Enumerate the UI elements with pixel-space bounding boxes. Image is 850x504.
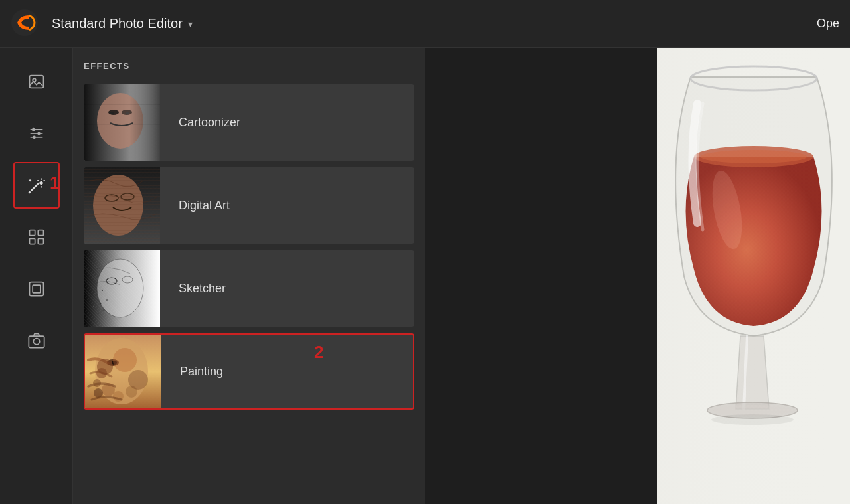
svg-point-42 — [98, 313, 99, 314]
svg-point-55 — [126, 386, 137, 398]
svg-rect-15 — [38, 230, 43, 236]
svg-point-27 — [126, 112, 129, 114]
svg-point-37 — [122, 276, 133, 283]
svg-rect-22 — [84, 84, 160, 161]
effects-panel: EFFECTS — [73, 48, 425, 504]
svg-point-45 — [102, 290, 103, 291]
svg-point-50 — [96, 368, 107, 378]
svg-point-32 — [105, 195, 118, 201]
sidebar-item-canvas[interactable] — [13, 266, 60, 312]
svg-rect-64 — [657, 48, 850, 504]
image-icon — [27, 72, 46, 91]
magic-wand-icon — [27, 176, 46, 195]
svg-rect-1 — [29, 76, 43, 88]
svg-point-40 — [93, 306, 94, 307]
effect-item-painting[interactable]: Painting — [84, 333, 414, 410]
svg-rect-16 — [29, 238, 35, 244]
svg-point-6 — [32, 128, 35, 131]
effect-item-cartoonizer[interactable]: Cartoonizer — [84, 84, 414, 161]
left-sidebar — [0, 48, 73, 504]
main-area: EFFECTS — [0, 48, 850, 504]
sidebar-item-effects[interactable] — [13, 162, 60, 209]
svg-point-36 — [106, 278, 117, 284]
svg-point-8 — [33, 136, 36, 139]
svg-point-51 — [93, 379, 101, 387]
effect-thumb-sketcher — [84, 250, 160, 327]
svg-point-52 — [102, 383, 115, 396]
wine-glass-svg — [657, 48, 850, 504]
svg-point-39 — [100, 303, 102, 305]
svg-rect-46 — [85, 333, 161, 410]
svg-point-31 — [93, 175, 143, 236]
svg-point-54 — [113, 391, 124, 402]
svg-point-26 — [110, 112, 114, 114]
svg-rect-19 — [33, 285, 41, 293]
svg-point-21 — [33, 339, 39, 345]
svg-rect-34 — [84, 250, 160, 327]
sidebar-item-adjustments[interactable] — [13, 110, 60, 157]
effect-thumb-digitalart — [84, 167, 160, 244]
effect-label-digital-art: Digital Art — [160, 199, 230, 212]
svg-point-44 — [95, 293, 97, 295]
svg-point-47 — [95, 338, 148, 404]
svg-point-23 — [97, 93, 143, 149]
svg-rect-17 — [38, 238, 43, 244]
svg-line-9 — [31, 183, 39, 191]
title-dropdown-arrow[interactable]: ▾ — [188, 19, 193, 29]
effect-label-painting: Painting — [161, 365, 223, 378]
effect-label-sketcher: Sketcher — [160, 282, 226, 295]
svg-point-7 — [37, 132, 41, 135]
sidebar-item-image[interactable] — [13, 58, 60, 105]
svg-point-49 — [112, 361, 117, 365]
canvas-icon — [27, 280, 46, 298]
svg-rect-14 — [29, 230, 35, 236]
sidebar-item-grid[interactable] — [13, 214, 60, 260]
sidebar-item-camera[interactable] — [13, 317, 60, 364]
camera-icon — [27, 331, 46, 350]
app-logo[interactable] — [11, 9, 52, 39]
canvas-area — [425, 48, 850, 504]
svg-point-35 — [97, 259, 143, 317]
svg-point-25 — [122, 110, 132, 115]
effect-item-digital-art[interactable]: Digital Art — [84, 167, 414, 244]
wine-glass-image — [657, 48, 850, 504]
effect-label-cartoonizer: Cartoonizer — [160, 116, 240, 129]
app-header: Standard Photo Editor ▾ Ope — [0, 0, 850, 48]
open-button[interactable]: Ope — [817, 17, 839, 31]
effects-title: EFFECTS — [84, 61, 414, 71]
svg-point-43 — [106, 299, 108, 301]
svg-rect-18 — [29, 282, 43, 296]
grid-icon — [27, 228, 46, 246]
svg-point-33 — [121, 193, 134, 200]
svg-point-53 — [94, 388, 103, 398]
sliders-icon — [27, 124, 46, 143]
svg-point-48 — [107, 359, 119, 366]
effect-thumb-cartoonizer — [84, 84, 160, 161]
svg-point-38 — [96, 296, 98, 298]
app-title-area[interactable]: Standard Photo Editor ▾ — [52, 16, 193, 31]
svg-point-24 — [108, 110, 119, 115]
wine-glass-preview — [657, 48, 850, 504]
app-title: Standard Photo Editor — [52, 16, 183, 31]
effect-item-sketcher[interactable]: Sketcher — [84, 250, 414, 327]
effect-thumb-painting — [85, 333, 161, 410]
svg-point-41 — [103, 309, 105, 311]
svg-rect-30 — [84, 167, 160, 244]
